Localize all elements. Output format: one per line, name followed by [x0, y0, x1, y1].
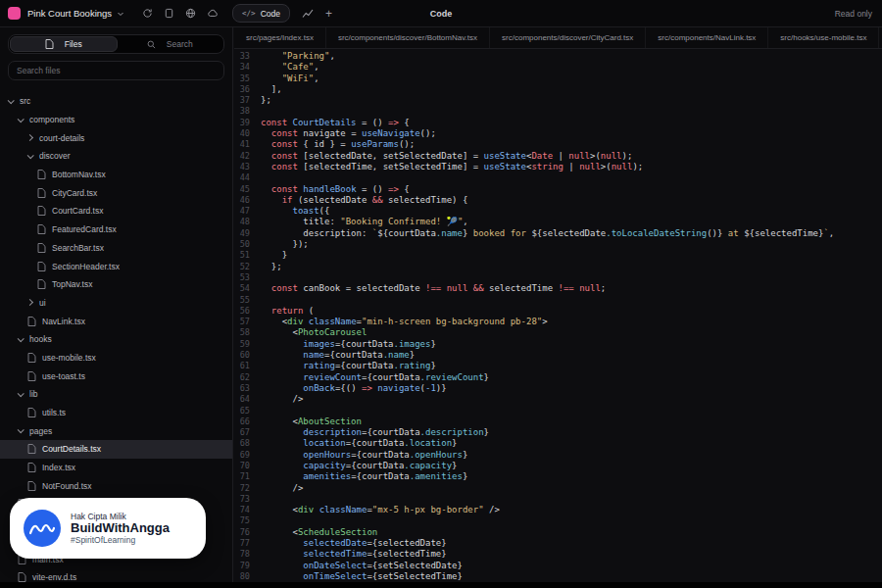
tree-item-label: SearchBar.tsx — [52, 243, 104, 253]
tree-item-label: BottomNav.tsx — [52, 170, 106, 179]
folder-item-court-details[interactable]: court-details — [0, 128, 232, 147]
plus-button[interactable]: + — [325, 8, 332, 20]
file-item-NotFound.tsx[interactable]: NotFound.tsx — [0, 476, 232, 495]
code-line: 56 return ( — [234, 306, 882, 317]
tree-item-label: vite-env.d.ts — [32, 572, 76, 582]
code-line: 34 "Cafe", — [234, 62, 882, 73]
file-icon — [37, 170, 46, 179]
folder-item-src[interactable]: src — [0, 92, 232, 111]
file-icon — [37, 262, 46, 271]
code-line: 47 toast({ — [234, 206, 882, 217]
code-line: 57 <div className="min-h-screen bg-backg… — [234, 317, 882, 327]
file-item-use-mobile.tsx[interactable]: use-mobile.tsx — [0, 349, 232, 368]
file-icon — [37, 206, 46, 216]
folder-item-hooks[interactable]: hooks — [0, 330, 232, 349]
line-number: 38 — [234, 106, 250, 117]
code-line: 33 "Parking", — [234, 51, 882, 62]
line-number: 78 — [234, 549, 250, 560]
editor-tab[interactable]: src/hooks/use-mobile.tsx — [768, 27, 879, 48]
tree-item-label: use-toast.ts — [42, 371, 85, 381]
file-item-TopNav.tsx[interactable]: TopNav.tsx — [0, 275, 232, 294]
sidebar-tab-switcher: Files Search — [8, 34, 224, 54]
chevron-down-icon[interactable] — [117, 10, 124, 18]
line-number: 73 — [234, 494, 250, 505]
line-number: 75 — [234, 515, 250, 526]
code-line: 62 reviewCount={courtData.reviewCount} — [234, 372, 882, 383]
file-item-CityCard.tsx[interactable]: CityCard.tsx — [0, 183, 232, 202]
code-toggle-button[interactable]: </> Code — [232, 4, 290, 23]
editor-tab[interactable]: src/components/discover/CityCard.tsx — [490, 27, 646, 48]
folder-item-ui[interactable]: ui — [0, 294, 232, 313]
tab-search-label: Search — [167, 39, 193, 49]
line-number: 47 — [234, 206, 250, 217]
code-line: 44 — [234, 172, 882, 183]
tab-search[interactable]: Search — [118, 36, 223, 52]
app-logo[interactable] — [8, 7, 21, 20]
tree-item-label: components — [29, 115, 74, 124]
chart-icon[interactable] — [302, 8, 314, 19]
line-number: 58 — [234, 327, 250, 338]
editor-tab[interactable]: src/components/discover/BottomNav.tsx — [326, 27, 490, 48]
code-line: 53 — [234, 272, 882, 283]
folder-item-components[interactable]: components — [0, 111, 232, 129]
cloud-icon[interactable] — [207, 8, 219, 19]
file-icon — [27, 481, 36, 491]
code-line: 77 selectedDate={selectedDate} — [234, 538, 882, 549]
code-line: 65 — [234, 406, 882, 416]
tree-item-label: use-mobile.tsx — [42, 353, 96, 363]
line-number: 35 — [234, 74, 250, 84]
code-lines[interactable]: 33 "Parking",34 "Cafe",35 "WiFi",36 ],37… — [234, 49, 882, 586]
line-number: 80 — [234, 571, 250, 582]
file-item-Index.tsx[interactable]: Index.tsx — [0, 459, 232, 477]
folder-item-lib[interactable]: lib — [0, 385, 232, 404]
file-item-BottomNav.tsx[interactable]: BottomNav.tsx — [0, 166, 232, 184]
device-icon[interactable] — [164, 8, 174, 19]
editor-tab[interactable]: src/components/NavLink.tsx — [646, 27, 768, 48]
file-item-NavLink.tsx[interactable]: NavLink.tsx — [0, 312, 232, 330]
tree-item-label: CityCard.tsx — [52, 188, 97, 198]
code-line: 66 <AboutSection — [234, 416, 882, 427]
folder-item-pages[interactable]: pages — [0, 421, 232, 440]
file-icon — [37, 243, 46, 253]
code-line: 64 /> — [234, 394, 882, 405]
file-item-CourtCard.tsx[interactable]: CourtCard.tsx — [0, 202, 232, 220]
line-number: 51 — [234, 250, 250, 261]
globe-icon[interactable] — [185, 8, 196, 19]
search-icon — [147, 40, 156, 49]
file-item-utils.ts[interactable]: utils.ts — [0, 404, 232, 422]
file-item-CourtDetails.tsx[interactable]: CourtDetails.tsx — [0, 440, 232, 459]
watermark-line3: #SpiritOfLearning — [71, 535, 170, 545]
tree-item-label: NotFound.tsx — [42, 481, 92, 491]
code-line: 72 /> — [234, 483, 882, 494]
folder-item-discover[interactable]: discover — [0, 147, 232, 166]
tab-files[interactable]: Files — [10, 36, 118, 52]
line-number: 50 — [234, 239, 250, 250]
chevron-icon — [18, 116, 24, 122]
chevron-icon — [27, 152, 34, 159]
code-line: 58 <PhotoCarousel — [234, 327, 882, 338]
chevron-icon — [26, 134, 33, 141]
code-line: 59 images={courtData.images} — [234, 339, 882, 350]
project-name[interactable]: Pink Court Bookings — [27, 8, 112, 19]
file-item-SectionHeader.tsx[interactable]: SectionHeader.tsx — [0, 257, 232, 275]
tree-item-label: TopNav.tsx — [52, 279, 92, 289]
code-line: 46 if (selectedDate && selectedTime) { — [234, 195, 882, 206]
file-item-use-toast.ts[interactable]: use-toast.ts — [0, 367, 232, 385]
tree-item-label: src — [20, 96, 30, 106]
history-icon[interactable] — [142, 8, 153, 19]
file-icon — [27, 463, 36, 472]
code-line: 52 }; — [234, 262, 882, 272]
line-number: 53 — [234, 272, 250, 283]
code-line: 50 }); — [234, 239, 882, 250]
code-line: 78 selectedTime={selectedTime} — [234, 549, 882, 560]
watermark-card: Hak Cipta Milik BuildWithAngga #SpiritOf… — [10, 498, 206, 559]
editor-tab[interactable]: src/pages/Index.tsx — [234, 27, 326, 48]
tree-item-label: CourtCard.tsx — [52, 206, 103, 216]
search-files-input[interactable] — [8, 61, 224, 80]
line-number: 76 — [234, 527, 250, 538]
file-item-FeaturedCard.tsx[interactable]: FeaturedCard.tsx — [0, 220, 232, 239]
code-line: 38 — [234, 106, 882, 117]
line-number: 72 — [234, 483, 250, 494]
file-item-SearchBar.tsx[interactable]: SearchBar.tsx — [0, 239, 232, 258]
code-line: 68 location={courtData.location} — [234, 438, 882, 449]
